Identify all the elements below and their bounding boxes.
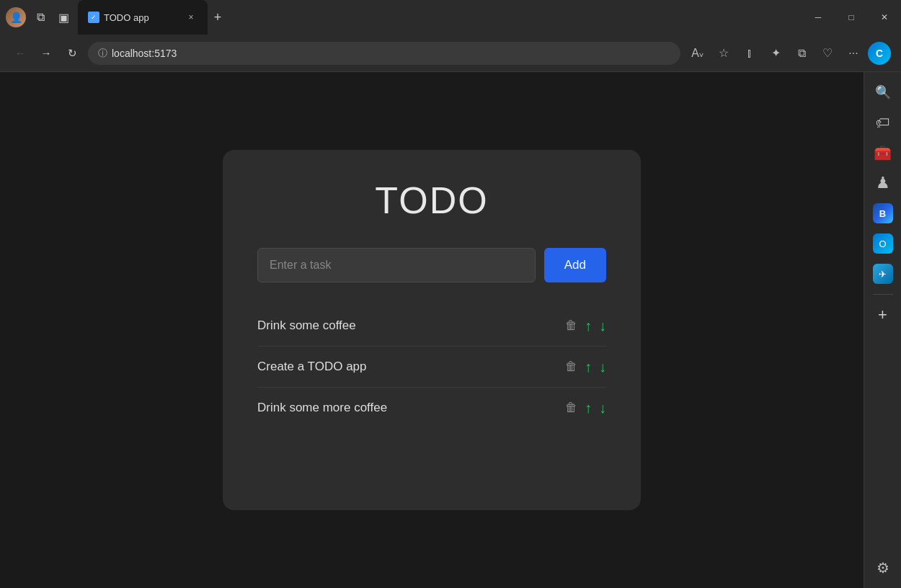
move-up-button[interactable]: ↑ [585, 360, 592, 374]
workspaces-icon[interactable]: ⧉ [32, 9, 49, 26]
add-task-button[interactable]: Add [544, 248, 606, 282]
move-up-button[interactable]: ↑ [585, 401, 592, 415]
todo-item-actions: 🗑 ↑ ↓ [565, 401, 606, 415]
sidebar-outlook-icon[interactable]: O [870, 231, 896, 257]
close-button[interactable]: ✕ [868, 0, 901, 35]
sidebar-toggle-icon[interactable]: ▣ [55, 9, 72, 26]
refresh-button[interactable]: ↻ [62, 43, 82, 63]
sidebar-games-icon[interactable]: ♟ [870, 170, 896, 196]
tab-close-button[interactable]: × [185, 11, 197, 24]
address-box[interactable]: ⓘ localhost:5173 [88, 42, 680, 65]
edge-profile-button[interactable]: C [868, 42, 891, 65]
read-aloud-icon[interactable]: Aᵥ [686, 42, 709, 65]
url-text[interactable]: localhost:5173 [112, 48, 670, 59]
user-avatar[interactable]: 👤 [6, 7, 26, 27]
todo-item-actions: 🗑 ↑ ↓ [565, 360, 606, 374]
todo-item-text: Create a TODO app [257, 360, 556, 374]
tab-strip: ✓ TODO app × + [78, 0, 802, 35]
active-tab[interactable]: ✓ TODO app × [78, 0, 208, 35]
favorites-hub-icon[interactable]: ✦ [764, 42, 787, 65]
window-controls: ─ □ ✕ [802, 0, 901, 35]
split-screen-icon[interactable]: ⫿ [738, 42, 761, 65]
todo-item-text: Drink some coffee [257, 318, 556, 333]
todo-item-actions: 🗑 ↑ ↓ [565, 318, 606, 333]
todo-heading: TODO [257, 179, 606, 222]
sidebar-bottom: ⚙ [870, 555, 896, 581]
delete-item-button[interactable]: 🗑 [565, 360, 577, 374]
tab-title: TODO app [104, 12, 149, 23]
browser-essentials-icon[interactable]: ♡ [816, 42, 839, 65]
sidebar-bing-icon[interactable]: B [870, 200, 896, 226]
back-button[interactable]: ← [10, 43, 30, 63]
todo-input-row: Add [257, 248, 606, 282]
todo-card: TODO Add Drink some coffee 🗑 ↑ ↓ Cre [223, 150, 641, 510]
maximize-button[interactable]: □ [835, 0, 868, 35]
move-down-button[interactable]: ↓ [599, 360, 606, 374]
more-menu-button[interactable]: ··· [842, 42, 865, 65]
todo-item: Drink some coffee 🗑 ↑ ↓ [257, 306, 606, 347]
tab-favicon: ✓ [88, 12, 99, 23]
toolbar-actions: Aᵥ ☆ ⫿ ✦ ⧉ ♡ ··· C [686, 42, 891, 65]
webpage-content: TODO Add Drink some coffee 🗑 ↑ ↓ Cre [0, 72, 864, 588]
sidebar-search-icon[interactable]: 🔍 [870, 79, 896, 105]
addressbar: ← → ↻ ⓘ localhost:5173 Aᵥ ☆ ⫿ ✦ ⧉ ♡ ··· … [0, 35, 901, 72]
sidebar-divider [873, 294, 893, 295]
new-tab-button[interactable]: + [208, 7, 228, 27]
browser-body: TODO Add Drink some coffee 🗑 ↑ ↓ Cre [0, 72, 901, 588]
sidebar-settings-icon[interactable]: ⚙ [870, 555, 896, 581]
move-down-button[interactable]: ↓ [599, 401, 606, 415]
move-up-button[interactable]: ↑ [585, 318, 592, 333]
titlebar-left: 👤 ⧉ ▣ [0, 7, 78, 27]
todo-item-text: Drink some more coffee [257, 401, 556, 415]
todo-item: Drink some more coffee 🗑 ↑ ↓ [257, 388, 606, 428]
sidebar-collections-icon[interactable]: 🏷 [870, 110, 896, 135]
right-sidebar: 🔍 🏷 🧰 ♟ B O ✈ + ⚙ [864, 72, 901, 588]
info-icon: ⓘ [98, 47, 107, 60]
titlebar: 👤 ⧉ ▣ ✓ TODO app × + ─ □ ✕ [0, 0, 901, 35]
todo-list: Drink some coffee 🗑 ↑ ↓ Create a TODO ap… [257, 306, 606, 428]
task-input[interactable] [257, 248, 536, 282]
delete-item-button[interactable]: 🗑 [565, 318, 577, 333]
delete-item-button[interactable]: 🗑 [565, 401, 577, 415]
collections-icon[interactable]: ⧉ [790, 42, 813, 65]
sidebar-telegram-icon[interactable]: ✈ [870, 261, 896, 287]
minimize-button[interactable]: ─ [802, 0, 835, 35]
sidebar-tools-icon[interactable]: 🧰 [870, 140, 896, 166]
move-down-button[interactable]: ↓ [599, 318, 606, 333]
todo-item: Create a TODO app 🗑 ↑ ↓ [257, 347, 606, 388]
forward-button[interactable]: → [36, 43, 56, 63]
sidebar-add-icon[interactable]: + [870, 302, 896, 328]
favorites-icon[interactable]: ☆ [712, 42, 735, 65]
